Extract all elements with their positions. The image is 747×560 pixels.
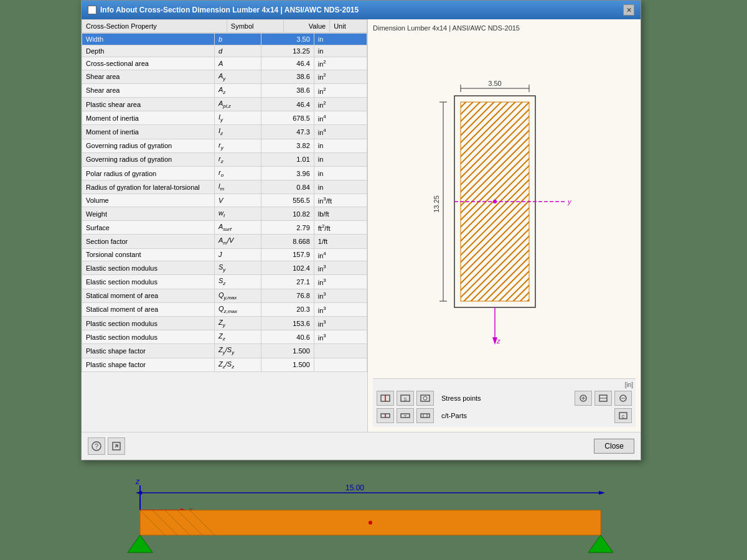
unit-cell: ft2/ft <box>314 221 367 235</box>
svg-rect-54 <box>421 414 430 418</box>
stress-icon-btn-2[interactable]: S <box>397 391 414 406</box>
col-header-unit: Unit <box>330 20 367 33</box>
unit-cell: in4 <box>314 111 367 125</box>
symbol-cell: Sz <box>215 275 261 289</box>
svg-text:c: c <box>622 413 625 419</box>
table-row[interactable]: Plastic section modulus <box>82 316 215 330</box>
value-cell: 46.4 <box>261 57 314 70</box>
stress-icon-btn-3[interactable] <box>416 391 434 406</box>
value-cell: 1.500 <box>261 358 314 371</box>
table-row[interactable]: Shear area <box>82 70 215 83</box>
value-cell: 46.4 <box>261 98 314 111</box>
table-row[interactable]: Shear area <box>82 83 215 97</box>
svg-text:y: y <box>567 198 572 205</box>
unit-cell: in3 <box>314 275 367 289</box>
svg-text:S: S <box>403 396 406 402</box>
stress-action-btn-3[interactable] <box>614 391 632 406</box>
table-row[interactable]: Cross-sectional area <box>82 57 215 70</box>
symbol-cell: Iz <box>215 125 261 139</box>
symbol-cell: lm <box>215 180 261 194</box>
col-header-symbol: Symbol <box>227 20 283 33</box>
value-cell: 20.3 <box>261 302 314 316</box>
value-cell: 8.668 <box>261 235 314 248</box>
table-row[interactable]: Governing radius of gyration <box>82 139 215 152</box>
table-row[interactable]: Volume <box>82 194 215 207</box>
value-cell: 153.6 <box>261 316 314 330</box>
stress-action-btn-2[interactable] <box>594 391 612 406</box>
table-row[interactable]: Governing radius of gyration <box>82 152 215 166</box>
unit-cell: lb/ft <box>314 207 367 221</box>
value-cell: 3.96 <box>261 166 314 180</box>
table-row[interactable]: Elastic section modulus <box>82 261 215 275</box>
stress-points-label: Stress points <box>441 394 572 402</box>
table-row[interactable]: Radius of gyration for lateral-torsional <box>82 180 215 194</box>
table-row[interactable]: Moment of inertia <box>82 111 215 125</box>
stress-icon-btn-1[interactable] <box>377 391 394 406</box>
table-row[interactable]: Plastic shape factor <box>82 358 215 371</box>
table-row[interactable]: Weight <box>82 207 215 221</box>
svg-rect-0 <box>0 448 747 560</box>
table-row[interactable]: Surface <box>82 221 215 235</box>
table-row[interactable]: Statical moment of area <box>82 289 215 302</box>
ct-icon-btn-1[interactable] <box>377 408 394 423</box>
cross-section-drawing: 3.50 13.25 y z <box>373 37 636 378</box>
table-row[interactable]: Polar radius of gyration <box>82 166 215 180</box>
svg-point-19 <box>369 521 372 525</box>
table-row[interactable]: Plastic shape factor <box>82 344 215 358</box>
table-row[interactable]: Width <box>82 34 215 45</box>
unit-cell: in3 <box>314 330 367 344</box>
window-close-button[interactable]: ✕ <box>623 4 634 16</box>
symbol-cell: Iy <box>215 111 261 125</box>
symbol-cell: V <box>215 194 261 207</box>
value-cell: 47.3 <box>261 125 314 139</box>
table-row[interactable]: Section factor <box>82 235 215 248</box>
value-cell: 1.500 <box>261 344 314 358</box>
symbol-cell: J <box>215 248 261 261</box>
value-cell: 1.01 <box>261 152 314 166</box>
cross-section-svg: 3.50 13.25 y z <box>405 71 604 345</box>
table-row[interactable]: Moment of inertia <box>82 125 215 139</box>
export-button[interactable] <box>108 437 125 455</box>
col-header-property: Cross-Section Property <box>82 20 227 33</box>
ct-icon-btn-2[interactable]: T <box>397 408 414 423</box>
svg-text:15.00: 15.00 <box>345 483 364 492</box>
symbol-cell: Sy <box>215 261 261 275</box>
toolbar-row-ct: T c/t-Parts c <box>375 407 633 424</box>
symbol-cell: ry <box>215 139 261 152</box>
dialog-titlebar: Info About Cross-Section Dimension Lumbe… <box>82 1 641 19</box>
table-row[interactable]: Plastic shear area <box>82 98 215 111</box>
symbol-cell: Am/V <box>215 235 261 248</box>
preview-panel: Dimension Lumber 4x14 | ANSI/AWC NDS-201… <box>368 19 641 432</box>
table-row[interactable]: Statical moment of area <box>82 302 215 316</box>
table-row[interactable]: Depth <box>82 45 215 57</box>
symbol-cell: rz <box>215 152 261 166</box>
unit-cell: in <box>314 180 367 194</box>
symbol-cell: A <box>215 57 261 70</box>
unit-cell: in4 <box>314 248 367 261</box>
ct-action-btn[interactable]: c <box>614 408 632 423</box>
table-row[interactable]: Plastic section modulus <box>82 330 215 344</box>
help-button[interactable]: ? <box>88 437 105 455</box>
unit-cell: in <box>314 45 367 57</box>
symbol-cell: Zy/Sy <box>215 344 261 358</box>
unit-cell: 1/ft <box>314 235 367 248</box>
value-cell: 102.4 <box>261 261 314 275</box>
value-cell: 678.5 <box>261 111 314 125</box>
table-row[interactable]: Torsional constant <box>82 248 215 261</box>
symbol-cell: Qz,max <box>215 302 261 316</box>
close-button[interactable]: Close <box>594 439 634 454</box>
value-cell: 76.8 <box>261 289 314 302</box>
ct-parts-label: c/t-Parts <box>441 412 612 419</box>
ct-icon-btn-3[interactable] <box>416 408 434 423</box>
table-scroll-area[interactable]: Widthb3.50inDepthd13.25inCross-sectional… <box>82 33 367 432</box>
col-header-value: Value <box>284 20 330 33</box>
symbol-cell: ro <box>215 166 261 180</box>
app-icon <box>88 6 96 14</box>
unit-cell: in <box>314 152 367 166</box>
properties-table: Cross-Section Property Symbol Value Unit <box>82 19 367 33</box>
unit-cell: in <box>314 139 367 152</box>
value-cell: 2.79 <box>261 221 314 235</box>
table-row[interactable]: Elastic section modulus <box>82 275 215 289</box>
symbol-cell: Az <box>215 83 261 97</box>
stress-action-btn-1[interactable] <box>575 391 592 406</box>
